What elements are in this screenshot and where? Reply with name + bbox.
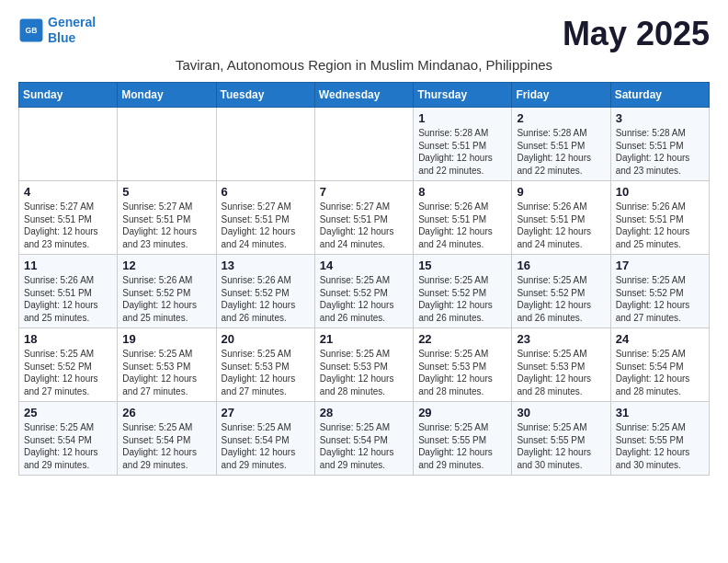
- day-number: 9: [517, 185, 605, 199]
- day-info: Sunrise: 5:25 AM Sunset: 5:55 PM Dayligh…: [517, 421, 605, 471]
- calendar-cell: 15Sunrise: 5:25 AM Sunset: 5:52 PM Dayli…: [414, 255, 512, 328]
- calendar-cell: 3Sunrise: 5:28 AM Sunset: 5:51 PM Daylig…: [610, 108, 709, 181]
- calendar-cell: 20Sunrise: 5:25 AM Sunset: 5:53 PM Dayli…: [216, 328, 314, 402]
- calendar-cell: [118, 108, 216, 181]
- day-info: Sunrise: 5:25 AM Sunset: 5:55 PM Dayligh…: [418, 421, 506, 471]
- calendar-cell: 16Sunrise: 5:25 AM Sunset: 5:52 PM Dayli…: [512, 255, 610, 328]
- day-number: 31: [616, 406, 704, 419]
- calendar-cell: 19Sunrise: 5:25 AM Sunset: 5:53 PM Dayli…: [118, 328, 216, 402]
- day-info: Sunrise: 5:26 AM Sunset: 5:51 PM Dayligh…: [517, 201, 605, 250]
- logo-text-line2: Blue: [48, 30, 96, 46]
- calendar-cell: 26Sunrise: 5:25 AM Sunset: 5:54 PM Dayli…: [118, 402, 216, 476]
- day-number: 27: [222, 406, 310, 419]
- calendar-week-row: 18Sunrise: 5:25 AM Sunset: 5:52 PM Dayli…: [19, 328, 710, 402]
- calendar-cell: 17Sunrise: 5:25 AM Sunset: 5:52 PM Dayli…: [610, 255, 709, 328]
- logo-icon: GB: [18, 17, 44, 43]
- day-number: 21: [320, 332, 408, 346]
- day-number: 2: [517, 111, 605, 125]
- day-number: 25: [24, 406, 112, 419]
- day-number: 19: [122, 332, 210, 346]
- day-info: Sunrise: 5:26 AM Sunset: 5:52 PM Dayligh…: [122, 274, 210, 324]
- page-subtitle: Taviran, Autonomous Region in Muslim Min…: [18, 57, 710, 73]
- day-info: Sunrise: 5:25 AM Sunset: 5:52 PM Dayligh…: [616, 274, 704, 324]
- weekday-header-sunday: Sunday: [19, 83, 118, 108]
- calendar-cell: 18Sunrise: 5:25 AM Sunset: 5:52 PM Dayli…: [19, 328, 118, 402]
- day-number: 13: [222, 259, 310, 272]
- day-info: Sunrise: 5:28 AM Sunset: 5:51 PM Dayligh…: [418, 127, 506, 177]
- day-info: Sunrise: 5:28 AM Sunset: 5:51 PM Dayligh…: [616, 127, 704, 177]
- day-info: Sunrise: 5:26 AM Sunset: 5:52 PM Dayligh…: [222, 274, 310, 324]
- day-info: Sunrise: 5:26 AM Sunset: 5:51 PM Dayligh…: [418, 201, 506, 250]
- day-info: Sunrise: 5:25 AM Sunset: 5:54 PM Dayligh…: [616, 348, 704, 397]
- day-number: 3: [616, 111, 704, 125]
- day-number: 8: [418, 185, 506, 199]
- day-number: 16: [517, 259, 605, 272]
- calendar-cell: 1Sunrise: 5:28 AM Sunset: 5:51 PM Daylig…: [414, 108, 512, 181]
- calendar-cell: 14Sunrise: 5:25 AM Sunset: 5:52 PM Dayli…: [314, 255, 413, 328]
- calendar-cell: 7Sunrise: 5:27 AM Sunset: 5:51 PM Daylig…: [314, 181, 413, 255]
- calendar-cell: 28Sunrise: 5:25 AM Sunset: 5:54 PM Dayli…: [314, 402, 413, 476]
- calendar-table: SundayMondayTuesdayWednesdayThursdayFrid…: [18, 82, 710, 476]
- calendar-cell: 12Sunrise: 5:26 AM Sunset: 5:52 PM Dayli…: [118, 255, 216, 328]
- day-info: Sunrise: 5:25 AM Sunset: 5:53 PM Dayligh…: [418, 348, 506, 397]
- calendar-cell: 30Sunrise: 5:25 AM Sunset: 5:55 PM Dayli…: [512, 402, 610, 476]
- day-number: 12: [122, 259, 210, 272]
- day-number: 29: [418, 406, 506, 419]
- day-info: Sunrise: 5:27 AM Sunset: 5:51 PM Dayligh…: [122, 201, 210, 250]
- calendar-cell: 23Sunrise: 5:25 AM Sunset: 5:53 PM Dayli…: [512, 328, 610, 402]
- calendar-cell: 4Sunrise: 5:27 AM Sunset: 5:51 PM Daylig…: [19, 181, 118, 255]
- calendar-week-row: 4Sunrise: 5:27 AM Sunset: 5:51 PM Daylig…: [19, 181, 710, 255]
- day-info: Sunrise: 5:25 AM Sunset: 5:54 PM Dayligh…: [320, 421, 408, 471]
- day-info: Sunrise: 5:25 AM Sunset: 5:53 PM Dayligh…: [320, 348, 408, 397]
- calendar-cell: 9Sunrise: 5:26 AM Sunset: 5:51 PM Daylig…: [512, 181, 610, 255]
- day-info: Sunrise: 5:26 AM Sunset: 5:51 PM Dayligh…: [24, 274, 112, 324]
- day-number: 1: [418, 111, 506, 125]
- day-info: Sunrise: 5:25 AM Sunset: 5:53 PM Dayligh…: [517, 348, 605, 397]
- day-number: 5: [122, 185, 210, 199]
- month-title: May 2025: [563, 15, 710, 53]
- calendar-cell: 29Sunrise: 5:25 AM Sunset: 5:55 PM Dayli…: [414, 402, 512, 476]
- calendar-cell: 22Sunrise: 5:25 AM Sunset: 5:53 PM Dayli…: [414, 328, 512, 402]
- day-number: 11: [24, 259, 112, 272]
- calendar-cell: 31Sunrise: 5:25 AM Sunset: 5:55 PM Dayli…: [610, 402, 709, 476]
- day-number: 26: [122, 406, 210, 419]
- page-header: GB General Blue May 2025: [18, 15, 710, 53]
- logo-text-line1: General: [48, 15, 96, 30]
- day-info: Sunrise: 5:25 AM Sunset: 5:52 PM Dayligh…: [517, 274, 605, 324]
- day-info: Sunrise: 5:25 AM Sunset: 5:54 PM Dayligh…: [24, 421, 112, 471]
- calendar-cell: [19, 108, 118, 181]
- day-info: Sunrise: 5:25 AM Sunset: 5:54 PM Dayligh…: [222, 421, 310, 471]
- calendar-cell: 10Sunrise: 5:26 AM Sunset: 5:51 PM Dayli…: [610, 181, 709, 255]
- calendar-cell: 27Sunrise: 5:25 AM Sunset: 5:54 PM Dayli…: [216, 402, 314, 476]
- calendar-cell: 25Sunrise: 5:25 AM Sunset: 5:54 PM Dayli…: [19, 402, 118, 476]
- day-info: Sunrise: 5:27 AM Sunset: 5:51 PM Dayligh…: [24, 201, 112, 250]
- calendar-cell: [314, 108, 413, 181]
- day-info: Sunrise: 5:25 AM Sunset: 5:52 PM Dayligh…: [320, 274, 408, 324]
- day-number: 15: [418, 259, 506, 272]
- logo: GB General Blue: [18, 15, 96, 46]
- day-number: 20: [222, 332, 310, 346]
- weekday-header-friday: Friday: [512, 83, 610, 108]
- day-info: Sunrise: 5:25 AM Sunset: 5:53 PM Dayligh…: [222, 348, 310, 397]
- day-info: Sunrise: 5:27 AM Sunset: 5:51 PM Dayligh…: [222, 201, 310, 250]
- day-info: Sunrise: 5:25 AM Sunset: 5:55 PM Dayligh…: [616, 421, 704, 471]
- day-info: Sunrise: 5:25 AM Sunset: 5:54 PM Dayligh…: [122, 421, 210, 471]
- calendar-cell: 21Sunrise: 5:25 AM Sunset: 5:53 PM Dayli…: [314, 328, 413, 402]
- svg-text:GB: GB: [26, 26, 38, 35]
- day-number: 28: [320, 406, 408, 419]
- day-info: Sunrise: 5:27 AM Sunset: 5:51 PM Dayligh…: [320, 201, 408, 250]
- weekday-header-wednesday: Wednesday: [314, 83, 413, 108]
- day-number: 30: [517, 406, 605, 419]
- day-info: Sunrise: 5:26 AM Sunset: 5:51 PM Dayligh…: [616, 201, 704, 250]
- calendar-cell: 11Sunrise: 5:26 AM Sunset: 5:51 PM Dayli…: [19, 255, 118, 328]
- weekday-header-thursday: Thursday: [414, 83, 512, 108]
- calendar-header-row: SundayMondayTuesdayWednesdayThursdayFrid…: [19, 83, 710, 108]
- day-info: Sunrise: 5:25 AM Sunset: 5:52 PM Dayligh…: [418, 274, 506, 324]
- calendar-week-row: 1Sunrise: 5:28 AM Sunset: 5:51 PM Daylig…: [19, 108, 710, 181]
- calendar-cell: 2Sunrise: 5:28 AM Sunset: 5:51 PM Daylig…: [512, 108, 610, 181]
- day-number: 24: [616, 332, 704, 346]
- day-number: 7: [320, 185, 408, 199]
- calendar-cell: 5Sunrise: 5:27 AM Sunset: 5:51 PM Daylig…: [118, 181, 216, 255]
- day-number: 14: [320, 259, 408, 272]
- day-info: Sunrise: 5:28 AM Sunset: 5:51 PM Dayligh…: [517, 127, 605, 177]
